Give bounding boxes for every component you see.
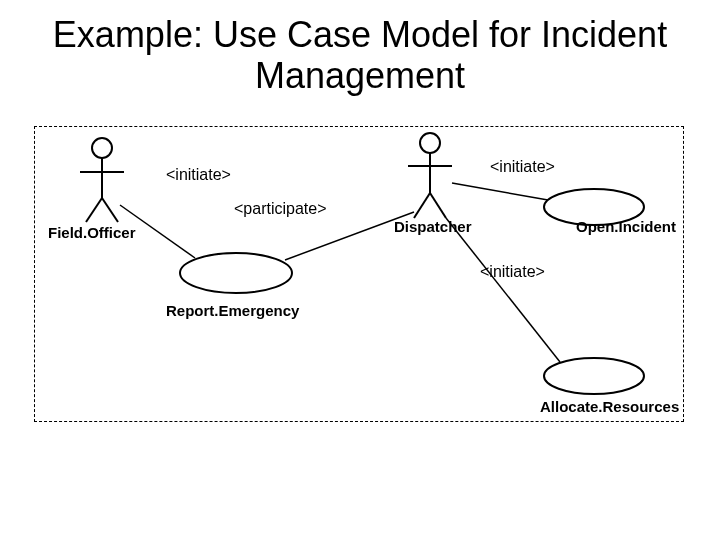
svg-point-0 bbox=[92, 138, 112, 158]
usecase-allocate-resources-shape bbox=[544, 358, 644, 394]
assoc-dispatcher-allocate bbox=[446, 218, 560, 362]
svg-line-9 bbox=[430, 193, 446, 218]
svg-line-8 bbox=[414, 193, 430, 218]
relation-participate: <participate> bbox=[234, 200, 327, 218]
actor-fieldofficer-figure bbox=[80, 138, 124, 222]
usecase-report-emergency-label: Report.Emergency bbox=[166, 302, 299, 319]
relation-initiate-2: <initiate> bbox=[490, 158, 555, 176]
diagram-canvas bbox=[0, 0, 720, 540]
svg-line-3 bbox=[86, 198, 102, 222]
relation-initiate-3: <initiate> bbox=[480, 263, 545, 281]
usecase-report-emergency-shape bbox=[180, 253, 292, 293]
usecase-allocate-resources-label: Allocate.Resources bbox=[540, 398, 679, 415]
relation-initiate-1: <initiate> bbox=[166, 166, 231, 184]
actor-fieldofficer-label: Field.Officer bbox=[48, 224, 136, 241]
actor-dispatcher-label: Dispatcher bbox=[394, 218, 472, 235]
svg-point-5 bbox=[420, 133, 440, 153]
assoc-dispatcher-open bbox=[452, 183, 548, 200]
usecase-open-incident-label: Open.Incident bbox=[576, 218, 676, 235]
actor-dispatcher-figure bbox=[408, 133, 452, 218]
svg-line-4 bbox=[102, 198, 118, 222]
